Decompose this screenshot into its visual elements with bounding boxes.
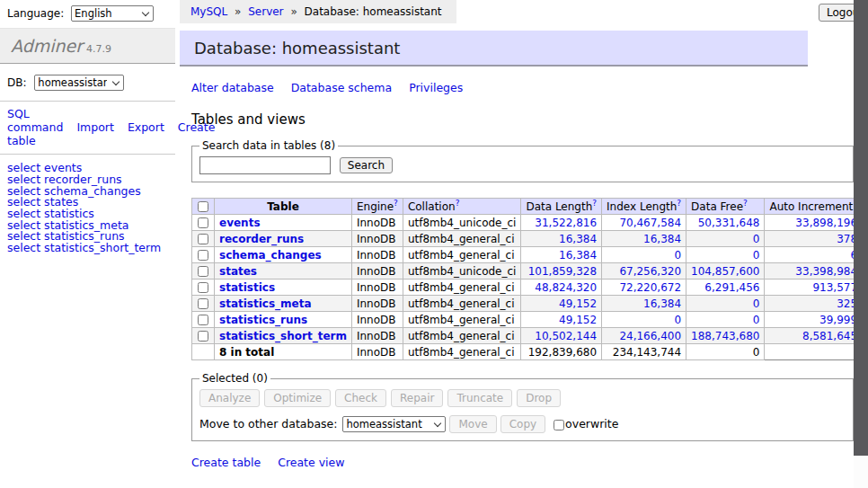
- table-link[interactable]: statistics_short_term: [219, 330, 347, 342]
- data-free-link[interactable]: 188,743,680: [691, 330, 759, 342]
- language-label: Language:: [7, 7, 64, 20]
- alter-database-link[interactable]: Alter database: [191, 81, 274, 94]
- table-row: statistics_runs InnoDB utf8mb4_general_c…: [192, 312, 868, 328]
- scrollbar-thumb[interactable]: [854, 0, 868, 456]
- database-schema-link[interactable]: Database schema: [291, 81, 392, 94]
- move-db-select[interactable]: homeassistant: [342, 416, 446, 432]
- sidebar-item-select-statistics-short-term[interactable]: select statistics_short_term: [7, 243, 168, 254]
- move-row: Move to other database: homeassistant Mo…: [199, 415, 846, 433]
- create-table-link[interactable]: Create table: [191, 456, 261, 469]
- data-free-link[interactable]: 0: [753, 297, 760, 310]
- help-link[interactable]: ?: [394, 199, 398, 208]
- table-row: events InnoDB utf8mb4_unicode_ci 31,522,…: [192, 215, 868, 231]
- search-fieldset: Search data in tables (8) Search: [191, 139, 854, 182]
- data-free-link[interactable]: 0: [753, 314, 760, 326]
- index-length-link[interactable]: 70,467,584: [619, 217, 681, 229]
- help-link[interactable]: ?: [677, 199, 681, 208]
- index-length-link[interactable]: 67,256,320: [619, 265, 681, 278]
- table-link[interactable]: states: [219, 265, 257, 278]
- column-header-collation: Collation?: [403, 199, 521, 215]
- data-length-link[interactable]: 31,522,816: [535, 217, 597, 229]
- repair-button[interactable]: Repair: [391, 389, 443, 407]
- index-length-link[interactable]: 72,220,672: [619, 281, 681, 294]
- breadcrumb-server-link[interactable]: Server: [248, 5, 283, 18]
- auto-increment-link[interactable]: 33,898,196: [795, 217, 857, 229]
- data-length-link[interactable]: 48,824,320: [535, 281, 597, 294]
- privileges-link[interactable]: Privileges: [409, 81, 463, 94]
- index-length-link[interactable]: 0: [674, 249, 681, 262]
- data-free-link[interactable]: 0: [753, 249, 760, 262]
- data-length-link[interactable]: 10,502,144: [535, 330, 597, 342]
- data-free-link[interactable]: 0: [753, 233, 760, 245]
- table-link[interactable]: recorder_runs: [219, 233, 304, 245]
- index-length-link[interactable]: 16,384: [643, 233, 681, 245]
- analyze-button[interactable]: Analyze: [199, 389, 260, 407]
- move-button[interactable]: Move: [449, 415, 496, 433]
- data-free-link[interactable]: 50,331,648: [698, 217, 760, 229]
- search-input[interactable]: [199, 156, 331, 174]
- breadcrumb-separator: »: [235, 5, 241, 18]
- index-length-link[interactable]: 0: [674, 314, 681, 326]
- cell-collation: utf8mb4_general_ci: [403, 231, 521, 247]
- drop-button[interactable]: Drop: [517, 389, 561, 407]
- help-link[interactable]: ?: [743, 199, 748, 208]
- row-checkbox[interactable]: [198, 298, 208, 309]
- search-button[interactable]: Search: [340, 157, 393, 173]
- auto-increment-link[interactable]: 39,999: [819, 314, 857, 326]
- row-checkbox[interactable]: [198, 250, 208, 261]
- sidebar-link-export[interactable]: Export: [128, 120, 164, 134]
- page-title: Database: homeassistant: [180, 31, 808, 67]
- auto-increment-link[interactable]: 33,398,984: [795, 265, 857, 278]
- help-link[interactable]: ?: [592, 199, 597, 208]
- table-link[interactable]: events: [219, 217, 261, 229]
- create-view-link[interactable]: Create view: [278, 456, 344, 469]
- data-length-link[interactable]: 101,859,328: [528, 265, 597, 278]
- row-checkbox[interactable]: [198, 282, 208, 293]
- optimize-button[interactable]: Optimize: [264, 389, 331, 407]
- help-link[interactable]: ?: [456, 199, 460, 208]
- vertical-scrollbar[interactable]: [854, 0, 868, 488]
- data-length-link[interactable]: 49,152: [559, 297, 597, 310]
- truncate-button[interactable]: Truncate: [447, 389, 512, 407]
- select-all-checkbox[interactable]: [198, 201, 208, 212]
- brand-name: Adminer: [11, 36, 83, 56]
- column-header-data-length: Data Length?: [521, 199, 602, 215]
- table-link[interactable]: statistics_runs: [219, 314, 307, 326]
- table-link[interactable]: statistics_meta: [219, 297, 312, 310]
- data-length-link[interactable]: 49,152: [559, 314, 597, 326]
- data-free-link[interactable]: 104,857,600: [691, 265, 759, 278]
- index-length-link[interactable]: 16,384: [643, 297, 681, 310]
- main-content: MySQL » Server » Database: homeassistant…: [180, 0, 854, 488]
- row-checkbox[interactable]: [198, 234, 208, 244]
- data-length-link[interactable]: 16,384: [559, 233, 597, 245]
- data-free-link[interactable]: 6,291,456: [704, 281, 759, 294]
- tables-overview-table: Table Engine? Collation? Data Length? In…: [191, 198, 868, 360]
- row-checkbox[interactable]: [198, 331, 208, 342]
- cell-collation: utf8mb4_general_ci: [403, 247, 521, 263]
- language-select-wrap: English: [71, 5, 154, 22]
- index-length-link[interactable]: 24,166,400: [619, 330, 681, 342]
- auto-increment-link[interactable]: 8,581,645: [802, 330, 857, 342]
- breadcrumb-mysql-link[interactable]: MySQL: [190, 5, 227, 18]
- selected-fieldset: Selected (0) AnalyzeOptimizeCheckRepairT…: [191, 372, 854, 441]
- table-row: states InnoDB utf8mb4_unicode_ci 101,859…: [192, 263, 868, 279]
- cell-engine: InnoDB: [351, 231, 403, 247]
- check-button[interactable]: Check: [335, 389, 386, 407]
- overwrite-label[interactable]: overwrite: [565, 417, 618, 430]
- data-length-link[interactable]: 16,384: [559, 249, 597, 262]
- auto-increment-link[interactable]: 913,577: [812, 281, 857, 294]
- language-select[interactable]: English: [71, 5, 154, 22]
- cell-collation: utf8mb4_general_ci: [403, 296, 521, 312]
- row-checkbox[interactable]: [198, 217, 208, 228]
- overwrite-checkbox[interactable]: [554, 420, 564, 430]
- table-create-links: Create tableCreate view: [191, 456, 854, 469]
- copy-button[interactable]: Copy: [500, 415, 545, 433]
- total-label: 8 in total: [215, 344, 352, 360]
- sidebar-link-import[interactable]: Import: [76, 120, 114, 134]
- db-select[interactable]: homeassistant: [34, 75, 124, 91]
- sidebar-link-sql-command[interactable]: SQL command: [7, 107, 63, 134]
- table-link[interactable]: schema_changes: [219, 249, 322, 262]
- row-checkbox[interactable]: [198, 315, 208, 325]
- row-checkbox[interactable]: [198, 266, 208, 277]
- table-link[interactable]: statistics: [219, 281, 275, 294]
